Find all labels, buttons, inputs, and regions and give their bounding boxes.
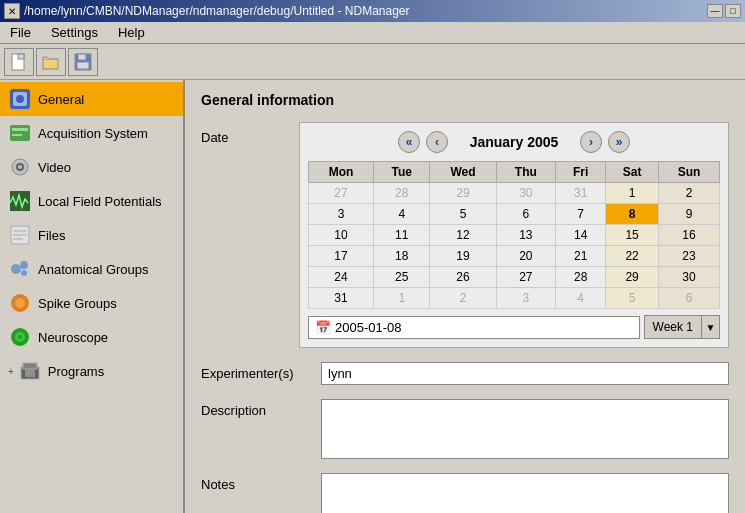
col-wed: Wed [430, 162, 496, 183]
experimenter-input[interactable] [321, 362, 729, 385]
calendar-day[interactable]: 14 [556, 225, 606, 246]
calendar-day[interactable]: 24 [309, 267, 374, 288]
description-label: Description [201, 399, 311, 418]
week-dropdown-button[interactable]: ▼ [701, 316, 719, 338]
svg-rect-10 [12, 128, 28, 131]
sidebar: General Acquisition System Video [0, 80, 185, 513]
close-button[interactable]: ✕ [4, 3, 20, 19]
calendar-small-icon: 📅 [315, 320, 331, 335]
calendar-day[interactable]: 4 [556, 288, 606, 309]
calendar-day[interactable]: 18 [374, 246, 430, 267]
svg-rect-4 [78, 54, 86, 60]
calendar-day[interactable]: 2 [658, 183, 719, 204]
maximize-button[interactable]: □ [725, 4, 741, 18]
menu-file[interactable]: File [4, 23, 37, 42]
calendar-day[interactable]: 8 [606, 204, 659, 225]
calendar-day[interactable]: 30 [496, 183, 556, 204]
calendar-day[interactable]: 4 [374, 204, 430, 225]
next-month-button[interactable]: › [580, 131, 602, 153]
svg-point-24 [15, 298, 25, 308]
calendar-day[interactable]: 16 [658, 225, 719, 246]
svg-rect-2 [43, 59, 58, 69]
calendar-day[interactable]: 9 [658, 204, 719, 225]
description-textarea[interactable] [321, 399, 729, 459]
selected-date-display: 2005-01-08 [335, 320, 402, 335]
spike-icon [8, 291, 32, 315]
sidebar-item-files[interactable]: Files [0, 218, 183, 252]
menu-settings[interactable]: Settings [45, 23, 104, 42]
svg-point-14 [18, 165, 22, 169]
calendar-day[interactable]: 29 [606, 267, 659, 288]
calendar-day[interactable]: 31 [309, 288, 374, 309]
sidebar-item-spike[interactable]: Spike Groups [0, 286, 183, 320]
date-row: Date « ‹ January 2005 › » [201, 122, 729, 348]
calendar-day[interactable]: 27 [496, 267, 556, 288]
minimize-button[interactable]: — [707, 4, 723, 18]
calendar-day[interactable]: 23 [658, 246, 719, 267]
save-button[interactable] [68, 48, 98, 76]
calendar-day[interactable]: 3 [309, 204, 374, 225]
calendar-day[interactable]: 12 [430, 225, 496, 246]
calendar-day[interactable]: 29 [430, 183, 496, 204]
video-icon [8, 155, 32, 179]
calendar-day[interactable]: 31 [556, 183, 606, 204]
new-button[interactable] [4, 48, 34, 76]
svg-point-21 [20, 261, 28, 269]
sidebar-item-lfp[interactable]: Local Field Potentials [0, 184, 183, 218]
calendar-day[interactable]: 28 [556, 267, 606, 288]
calendar-nav: « ‹ January 2005 › » [308, 131, 720, 153]
calendar-day[interactable]: 6 [658, 288, 719, 309]
prev-month-button[interactable]: ‹ [426, 131, 448, 153]
calendar-day[interactable]: 13 [496, 225, 556, 246]
calendar-day[interactable]: 6 [496, 204, 556, 225]
sidebar-item-programs[interactable]: Programs [18, 359, 181, 383]
sidebar-item-neuroscope[interactable]: Neuroscope [0, 320, 183, 354]
experimenter-row: Experimenter(s) [201, 362, 729, 385]
sidebar-item-anatomical[interactable]: Anatomical Groups [0, 252, 183, 286]
svg-point-8 [16, 95, 24, 103]
date-input-box[interactable]: 📅 2005-01-08 [308, 316, 640, 339]
sidebar-label-anatomical: Anatomical Groups [38, 262, 149, 277]
menu-help[interactable]: Help [112, 23, 151, 42]
calendar-day[interactable]: 25 [374, 267, 430, 288]
calendar-day[interactable]: 22 [606, 246, 659, 267]
col-sun: Sun [658, 162, 719, 183]
calendar-day[interactable]: 2 [430, 288, 496, 309]
calendar-day[interactable]: 3 [496, 288, 556, 309]
calendar-day[interactable]: 15 [606, 225, 659, 246]
notes-label: Notes [201, 473, 311, 492]
calendar-day[interactable]: 17 [309, 246, 374, 267]
calendar-day[interactable]: 11 [374, 225, 430, 246]
calendar-day[interactable]: 5 [430, 204, 496, 225]
svg-point-20 [11, 264, 21, 274]
prev-year-button[interactable]: « [398, 131, 420, 153]
calendar-day[interactable]: 5 [606, 288, 659, 309]
calendar-day[interactable]: 21 [556, 246, 606, 267]
sidebar-label-spike: Spike Groups [38, 296, 117, 311]
calendar-day[interactable]: 19 [430, 246, 496, 267]
calendar-day[interactable]: 20 [496, 246, 556, 267]
calendar-day[interactable]: 28 [374, 183, 430, 204]
sidebar-item-general[interactable]: General [0, 82, 183, 116]
next-year-button[interactable]: » [608, 131, 630, 153]
expand-icon[interactable]: + [8, 366, 14, 377]
notes-textarea[interactable] [321, 473, 729, 513]
notes-row: Notes [201, 473, 729, 513]
sidebar-item-video[interactable]: Video [0, 150, 183, 184]
calendar-day[interactable]: 30 [658, 267, 719, 288]
week-label: Week 1 [645, 318, 701, 336]
sidebar-label-neuroscope: Neuroscope [38, 330, 108, 345]
sidebar-label-lfp: Local Field Potentials [38, 194, 162, 209]
calendar-day[interactable]: 1 [374, 288, 430, 309]
acquisition-icon [8, 121, 32, 145]
calendar-day[interactable]: 7 [556, 204, 606, 225]
open-button[interactable] [36, 48, 66, 76]
sidebar-item-acquisition[interactable]: Acquisition System [0, 116, 183, 150]
content-area: General information Date « ‹ January 200… [185, 80, 745, 513]
calendar-day[interactable]: 27 [309, 183, 374, 204]
sidebar-label-acquisition: Acquisition System [38, 126, 148, 141]
calendar-day[interactable]: 1 [606, 183, 659, 204]
calendar-day[interactable]: 26 [430, 267, 496, 288]
svg-rect-5 [77, 62, 89, 69]
calendar-day[interactable]: 10 [309, 225, 374, 246]
